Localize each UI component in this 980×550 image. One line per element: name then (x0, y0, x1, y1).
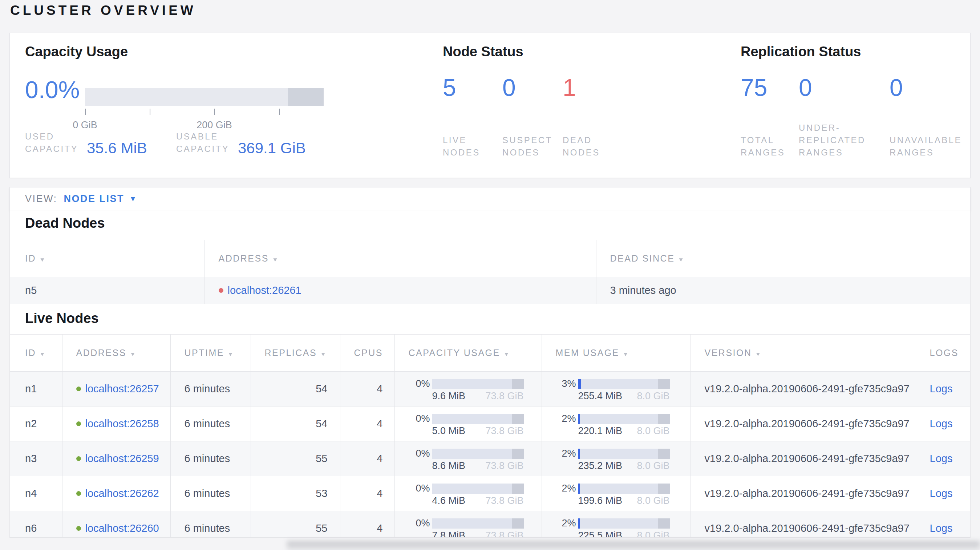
sort-icon: ▼ (755, 351, 762, 358)
view-selected-option: NODE LIST (64, 193, 124, 205)
bottom-window-shadow (287, 541, 980, 550)
version-cell: v19.2.0-alpha.20190606-2491-gfe735c9a97 (690, 441, 916, 476)
used-capacity-label: USED CAPACITY (25, 130, 83, 156)
capacity-bar (432, 414, 524, 424)
live-nodes-count: 5 (443, 74, 456, 101)
live-node-row: n4 localhost:26262 6 minutes 53 4 0% 4.6… (10, 476, 970, 511)
node-id-cell: n3 (10, 441, 62, 476)
uptime-cell: 6 minutes (170, 372, 251, 407)
sort-icon: ▼ (678, 256, 685, 263)
cpus-cell: 4 (340, 476, 395, 511)
live-nodes-heading: Live Nodes (25, 311, 99, 326)
dead-node-row: n5 localhost:26261 3 minutes ago (10, 277, 970, 304)
version-cell: v19.2.0-alpha.20190606-2491-gfe735c9a97 (690, 476, 916, 511)
capacity-usage-cell: 0% 8.6 MiB73.8 GiB (395, 441, 542, 476)
capacity-total-value: 73.8 GiB (485, 495, 523, 506)
dead-nodes-count: 1 (563, 74, 576, 101)
uptime-cell: 6 minutes (170, 476, 251, 511)
replicas-cell: 54 (251, 372, 340, 407)
dead-col-header-address[interactable]: ADDRESS▼ (205, 240, 596, 277)
sort-icon: ▼ (272, 256, 279, 263)
mem-usage-cell: 3% 255.4 MiB8.0 GiB (542, 372, 690, 407)
logs-link[interactable]: Logs (930, 383, 953, 394)
mem-usage-cell: 2% 220.1 MiB8.0 GiB (542, 407, 690, 441)
summary-card: Capacity Usage 0.0% 0 GiB 200 GiB USED C… (10, 33, 970, 178)
suspect-nodes-label: SUSPECT NODES (502, 120, 562, 159)
logs-link[interactable]: Logs (930, 453, 953, 464)
node-address-link[interactable]: localhost:26258 (85, 418, 159, 430)
mem-total-value: 8.0 GiB (637, 391, 670, 402)
sort-icon: ▼ (130, 351, 137, 358)
dead-nodes-label: DEAD NODES (563, 120, 624, 159)
dead-status-dot-icon (219, 288, 223, 293)
mem-used-value: 199.6 MiB (578, 495, 622, 506)
col-header-uptime[interactable]: UPTIME▼ (170, 335, 251, 372)
uptime-cell: 6 minutes (170, 511, 251, 538)
node-address-link[interactable]: localhost:26261 (228, 285, 301, 296)
capacity-used-value: 4.6 MiB (432, 495, 466, 506)
mem-bar (578, 449, 670, 459)
replicas-cell: 55 (251, 441, 340, 476)
used-capacity-stat: USED CAPACITY 35.6 MiB (25, 130, 147, 156)
node-address-cell: localhost:26262 (62, 476, 170, 511)
nodes-card: Dead Nodes ID▼ ADDRESS▼ DEAD SINCE▼ n5 l… (10, 210, 970, 538)
mem-percent: 2% (542, 518, 576, 529)
replicas-cell: 54 (251, 407, 340, 441)
logs-link[interactable]: Logs (930, 418, 953, 429)
dead-since-cell: 3 minutes ago (596, 277, 970, 304)
capacity-bar (432, 379, 524, 389)
sort-icon: ▼ (39, 351, 46, 358)
axis-tick-label-0: 0 GiB (60, 119, 110, 131)
logs-link[interactable]: Logs (930, 522, 953, 534)
dead-col-header-id[interactable]: ID▼ (10, 240, 205, 277)
node-address-link[interactable]: localhost:26260 (85, 522, 159, 534)
capacity-used-value: 8.6 MiB (432, 460, 466, 472)
node-address-link[interactable]: localhost:26259 (85, 453, 159, 465)
mem-total-value: 8.0 GiB (637, 425, 670, 437)
node-id-cell: n6 (10, 511, 62, 538)
total-ranges-label: TOTAL RANGES (741, 120, 798, 159)
cpus-cell: 4 (340, 441, 395, 476)
view-selector-dropdown[interactable]: NODE LIST ▼ (64, 193, 138, 205)
mem-bar (578, 483, 670, 494)
node-address-cell: localhost:26260 (62, 511, 170, 538)
replication-status-title: Replication Status (741, 44, 861, 60)
live-nodes-label: LIVE NODES (443, 120, 502, 159)
node-id-cell: n2 (10, 407, 62, 441)
mem-percent: 3% (542, 378, 576, 389)
node-id-cell: n4 (10, 476, 62, 511)
col-header-id[interactable]: ID▼ (10, 335, 62, 372)
node-address-cell: localhost:26257 (62, 372, 170, 407)
mem-used-value: 255.4 MiB (578, 391, 622, 402)
mem-total-value: 8.0 GiB (637, 460, 670, 472)
sort-icon: ▼ (503, 351, 510, 358)
cpus-cell: 4 (340, 511, 395, 538)
usable-capacity-label: USABLE CAPACITY (176, 130, 234, 156)
col-header-cpus[interactable]: CPUS (340, 335, 395, 372)
mem-bar (578, 518, 670, 529)
node-address-link[interactable]: localhost:26262 (85, 488, 159, 499)
logs-link[interactable]: Logs (930, 488, 953, 499)
mem-total-value: 8.0 GiB (637, 530, 670, 538)
node-address-link[interactable]: localhost:26257 (85, 383, 159, 395)
col-header-mem-usage[interactable]: MEM USAGE▼ (542, 335, 690, 372)
col-header-capacity-usage[interactable]: CAPACITY USAGE▼ (395, 335, 542, 372)
dead-col-header-dead-since[interactable]: DEAD SINCE▼ (596, 240, 970, 277)
col-header-address[interactable]: ADDRESS▼ (62, 335, 170, 372)
version-cell: v19.2.0-alpha.20190606-2491-gfe735c9a97 (690, 407, 916, 441)
node-address-cell: localhost:26258 (62, 407, 170, 441)
capacity-bar-end-segment (288, 88, 324, 106)
replicas-cell: 53 (251, 476, 340, 511)
axis-tick-label-200: 200 GiB (189, 119, 240, 131)
col-header-replicas[interactable]: REPLICAS▼ (251, 335, 340, 372)
logs-cell: Logs (916, 407, 970, 441)
live-node-row: n6 localhost:26260 6 minutes 55 4 0% 7.8… (10, 511, 970, 538)
live-status-dot-icon (76, 386, 81, 391)
chevron-down-icon: ▼ (129, 195, 137, 203)
col-header-version[interactable]: VERSION▼ (690, 335, 916, 372)
version-cell: v19.2.0-alpha.20190606-2491-gfe735c9a97 (690, 372, 916, 407)
sort-icon: ▼ (320, 351, 327, 358)
cpus-cell: 4 (340, 372, 395, 407)
capacity-total-value: 73.8 GiB (485, 530, 523, 538)
usable-capacity-stat: USABLE CAPACITY 369.1 GiB (176, 130, 306, 156)
